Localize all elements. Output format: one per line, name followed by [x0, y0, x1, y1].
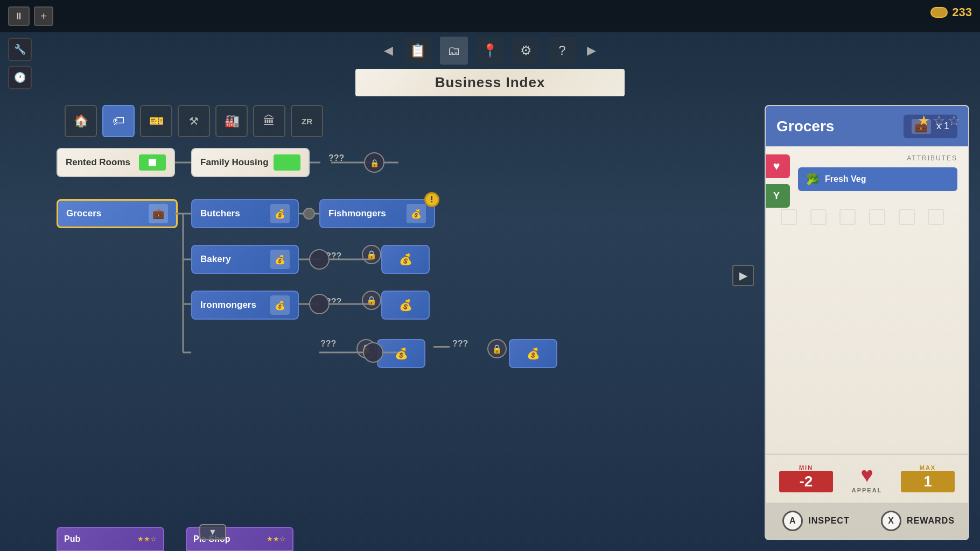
fishmongers-node[interactable]: Fishmongers 💰 — [319, 199, 435, 228]
pause-button[interactable]: ⏸ — [8, 6, 30, 26]
star-2[interactable]: ☆ — [933, 112, 945, 129]
ironmongers-label: Ironmongers — [200, 300, 266, 310]
butchers-label: Butchers — [200, 208, 266, 219]
star-3[interactable]: ☆ — [948, 112, 960, 129]
cat-bank[interactable]: 🏛 — [253, 105, 285, 137]
svg-point-3 — [365, 153, 384, 172]
question-node-iron: ??? — [326, 297, 341, 307]
nav-settings[interactable]: ⚙ — [512, 37, 540, 65]
min-bar: -2 — [779, 471, 833, 492]
cat-ticket[interactable]: 🎫 — [140, 105, 172, 137]
lock-bakery: 🔒 — [362, 245, 381, 264]
lock-bottom-1: 🔒 — [356, 339, 376, 358]
nav-left-arrow[interactable]: ◀ — [381, 41, 396, 60]
locked-tile-bakery: 💰 — [381, 245, 430, 274]
bakery-node[interactable]: Bakery 💰 — [191, 245, 299, 274]
nav-help[interactable]: ? — [548, 37, 576, 65]
lock-iron: 🔒 — [362, 291, 381, 310]
conn-mid — [433, 346, 450, 348]
star-row: ★ ☆ ☆ — [918, 112, 960, 129]
max-label: MAX — [901, 464, 955, 471]
fishmongers-label: Fishmongers — [328, 208, 402, 219]
cat-zr[interactable]: ZR — [291, 105, 323, 137]
attributes-section: ATTRIBUTES 🥦 Fresh Veg — [766, 146, 968, 199]
rented-rooms-label: Rented Rooms — [66, 157, 135, 168]
bakery-label: Bakery — [200, 254, 266, 265]
a-label: A — [789, 516, 796, 526]
min-label: MIN — [779, 464, 833, 471]
inspect-label: INSPECT — [808, 516, 849, 526]
nav-clipboard[interactable]: 📋 — [404, 37, 432, 65]
pub-node[interactable]: Pub ★★☆ — [57, 527, 164, 551]
pub-label: Pub — [64, 534, 80, 544]
inspect-button[interactable]: A INSPECT — [766, 503, 866, 539]
page-title: Business Index — [398, 74, 582, 91]
a-button-circle: A — [782, 511, 803, 531]
question-node-1: ??? — [328, 153, 344, 163]
warning-badge: ! — [424, 192, 439, 207]
ironmongers-node[interactable]: Ironmongers 💰 — [191, 291, 299, 320]
locked-tile-bottom-1: 💰 — [377, 339, 425, 368]
nav-tabs: ◀ 📋 🗂 📍 ⚙ ? ▶ — [370, 32, 610, 69]
stat-min-block: MIN -2 — [779, 464, 833, 492]
right-panel-arrow[interactable]: ▶ — [732, 265, 754, 286]
detail-panel: ★ ☆ ☆ Grocers 💼 x 1 ♥ Y ATTRIBUTES 🥦 Fre… — [765, 105, 969, 540]
currency-display: 233 — [930, 5, 972, 19]
add-button[interactable]: + — [34, 6, 53, 26]
rented-rooms-node[interactable]: Rented Rooms — [57, 148, 175, 177]
rewards-label: REWARDS — [907, 516, 955, 526]
grocers-node[interactable]: Grocers 💼 — [57, 199, 178, 228]
tree-container: 🔒 — [27, 148, 398, 551]
grocers-label: Grocers — [66, 208, 144, 219]
scroll-down-arrow[interactable]: ▼ — [199, 524, 226, 540]
cat-tools[interactable]: ⚒ — [178, 105, 210, 137]
appeal-label: APPEAL — [852, 487, 883, 493]
bakery-icon: 💰 — [270, 250, 290, 269]
butchers-icon: 💰 — [270, 204, 290, 223]
heart-button[interactable]: ♥ — [765, 154, 790, 178]
currency-icon — [930, 7, 948, 18]
title-bar: Business Index — [355, 69, 625, 96]
panel-buttons: A INSPECT X REWARDS — [766, 503, 968, 539]
nav-cards[interactable]: 🗂 — [440, 37, 468, 65]
rented-rooms-icon — [139, 154, 166, 171]
lock-bottom-2: 🔒 — [487, 339, 507, 358]
question-bottom-2: ??? — [452, 339, 468, 349]
family-housing-label: Family Housing — [200, 157, 269, 168]
x-button-circle: X — [881, 511, 901, 531]
fishmongers-icon: 💰 — [407, 204, 426, 223]
left-icons: 🔧 🕐 — [8, 38, 32, 89]
currency-value: 233 — [952, 5, 972, 19]
veg-icon: 🥦 — [806, 173, 820, 186]
x-label: X — [888, 516, 894, 526]
locked-tile-bottom-2: 💰 — [509, 339, 557, 368]
panel-stats: MIN -2 ♥ APPEAL MAX 1 — [766, 454, 968, 501]
nav-right-arrow[interactable]: ▶ — [584, 41, 599, 60]
butchers-node[interactable]: Butchers 💰 — [191, 199, 299, 228]
star-1[interactable]: ★ — [918, 112, 930, 129]
locked-tile-iron: 💰 — [381, 291, 430, 320]
cat-shop[interactable]: 🏷 — [102, 105, 135, 137]
max-bar: 1 — [901, 471, 955, 492]
question-bottom-1: ??? — [320, 339, 336, 349]
cat-factory[interactable]: 🏭 — [215, 105, 248, 137]
family-housing-node[interactable]: Family Housing — [191, 148, 310, 177]
panel-title: Grocers — [776, 118, 834, 135]
question-node-bakery: ??? — [326, 251, 341, 261]
attribute-name: Fresh Veg — [825, 174, 866, 184]
cat-housing[interactable]: 🏠 — [65, 105, 97, 137]
nav-map[interactable]: 📍 — [476, 37, 504, 65]
svg-point-12 — [304, 208, 314, 219]
clock-icon-btn[interactable]: 🕐 — [8, 66, 32, 89]
pub-stars: ★★☆ — [137, 535, 157, 543]
main-content: 🔒 — [27, 148, 398, 551]
tools-icon-btn[interactable]: 🔧 — [8, 38, 32, 61]
category-tabs: 🏠 🏷 🎫 ⚒ 🏭 🏛 ZR — [65, 105, 323, 137]
attributes-label: ATTRIBUTES — [798, 154, 957, 162]
ironmongers-icon: 💰 — [270, 295, 290, 315]
family-housing-icon — [274, 154, 300, 171]
rewards-button[interactable]: X REWARDS — [867, 503, 968, 539]
stat-center-block: ♥ APPEAL — [852, 463, 883, 493]
min-value: -2 — [800, 473, 813, 490]
pie-shop-stars: ★★☆ — [267, 535, 286, 543]
